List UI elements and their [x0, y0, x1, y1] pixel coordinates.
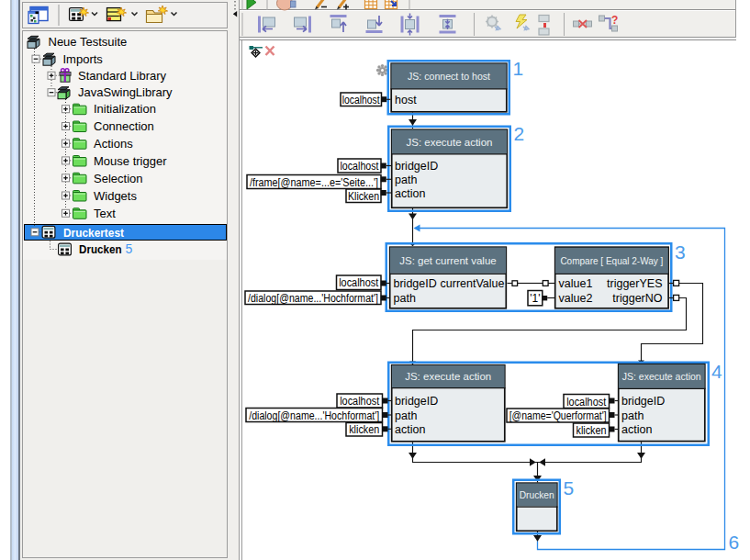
svg-text:action: action [621, 423, 652, 436]
svg-text:localhost: localhost [566, 396, 607, 409]
svg-text:JS: get current value: JS: get current value [399, 255, 496, 266]
svg-text:4: 4 [711, 361, 722, 382]
svg-text:klicken: klicken [576, 424, 607, 437]
svg-text:?: ? [611, 14, 618, 27]
svg-text:2: 2 [514, 123, 525, 144]
svg-text:/frame[@name=...e='Seite...']: /frame[@name=...e='Seite...'] [250, 176, 378, 189]
svg-text:triggerNO: triggerNO [612, 292, 662, 305]
svg-text:localhost: localhost [341, 160, 380, 173]
svg-text:path: path [395, 409, 417, 422]
svg-text:JS: connect to host: JS: connect to host [408, 71, 491, 82]
svg-text:path: path [621, 409, 644, 422]
svg-text:localhost: localhost [339, 276, 379, 289]
svg-text:localhost: localhost [340, 395, 380, 408]
svg-text:host: host [395, 94, 417, 106]
svg-text:JS: execute action: JS: execute action [407, 137, 493, 148]
svg-text:'1': '1' [530, 292, 540, 305]
svg-text:3: 3 [675, 241, 686, 263]
svg-text:1: 1 [513, 58, 524, 79]
svg-text:klicken: klicken [349, 423, 379, 436]
svg-text:action: action [395, 423, 425, 436]
svg-text:/dialog[@name...'Hochformat']: /dialog[@name...'Hochformat'] [249, 409, 379, 422]
svg-text:5: 5 [564, 477, 575, 498]
svg-text:localhost: localhost [342, 94, 381, 106]
svg-text:value1: value1 [559, 277, 593, 290]
svg-text:/dialog[@name...'Hochformat']: /dialog[@name...'Hochformat'] [248, 292, 378, 305]
svg-text:action: action [395, 187, 425, 200]
svg-text:JS: execute action: JS: execute action [622, 371, 701, 382]
svg-text:triggerYES: triggerYES [607, 277, 662, 290]
svg-text:path: path [395, 174, 417, 186]
svg-text:bridgeID: bridgeID [395, 160, 438, 173]
svg-text:[@name='Querformat']: [@name='Querformat'] [509, 409, 607, 422]
svg-text:Drucken: Drucken [520, 489, 554, 500]
svg-text:bridgeID: bridgeID [395, 395, 438, 408]
svg-text:bridgeID: bridgeID [394, 277, 437, 290]
svg-text:Klicken: Klicken [348, 190, 379, 203]
svg-text:value2: value2 [559, 292, 593, 305]
svg-text:Compare [ Equal 2-Way ]: Compare [ Equal 2-Way ] [560, 255, 663, 266]
svg-text:currentValue: currentValue [441, 277, 505, 290]
svg-text:JS: execute action: JS: execute action [405, 371, 491, 382]
svg-text:6: 6 [729, 532, 740, 553]
svg-text:bridgeID: bridgeID [621, 395, 665, 408]
svg-text:path: path [394, 292, 416, 305]
